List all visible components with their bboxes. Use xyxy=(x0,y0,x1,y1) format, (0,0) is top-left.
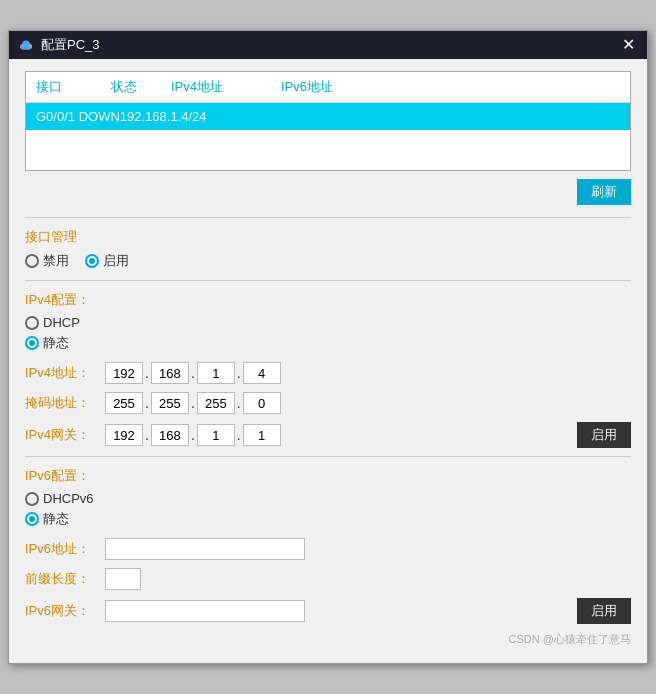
ipv4-gw-input-group: . . . xyxy=(105,424,281,446)
ipv6-enable-button[interactable]: 启用 xyxy=(577,598,631,624)
mask-label: 掩码地址： xyxy=(25,394,97,412)
radio-circle-disable xyxy=(25,254,39,268)
ipv4-gw-row: IPv4网关： . . . 启用 xyxy=(25,422,631,448)
table-header: 接口 状态 IPv4地址 IPv6地址 xyxy=(26,72,630,103)
col-status: 状态 xyxy=(111,78,151,96)
table-row[interactable]: G0/0/1 DOWN192.168.1.4/24 xyxy=(26,103,630,130)
divider-1 xyxy=(25,217,631,218)
close-button[interactable]: ✕ xyxy=(618,37,639,53)
static-label-ipv6: 静态 xyxy=(43,510,69,528)
ipv4-gw-seg3[interactable] xyxy=(197,424,235,446)
refresh-button[interactable]: 刷新 xyxy=(577,179,631,205)
mask-row: 掩码地址： . . . xyxy=(25,392,631,414)
disable-label: 禁用 xyxy=(43,252,69,270)
ipv6-config-title: IPv6配置： xyxy=(25,467,631,485)
interface-mgmt-radio-row: 禁用 启用 xyxy=(25,252,631,270)
col-ipv4: IPv4地址 xyxy=(171,78,261,96)
ipv4-config-title: IPv4配置： xyxy=(25,291,631,309)
refresh-row: 刷新 xyxy=(25,179,631,205)
ipv6-addr-row: IPv6地址： xyxy=(25,538,631,560)
ipv4-seg3[interactable] xyxy=(197,362,235,384)
ipv6-gw-label: IPv6网关： xyxy=(25,602,97,620)
static-label-ipv4: 静态 xyxy=(43,334,69,352)
watermark: CSDN @心猿牵住了意马 xyxy=(25,632,631,647)
prefix-row: 前缀长度： xyxy=(25,568,631,590)
window-title: 配置PC_3 xyxy=(41,36,100,54)
interface-mgmt-section: 接口管理 禁用 启用 xyxy=(25,228,631,270)
title-bar: 配置PC_3 ✕ xyxy=(9,31,647,59)
ipv4-addr-row: IPv4地址： . . . xyxy=(25,362,631,384)
ipv6-addr-input[interactable] xyxy=(105,538,305,560)
radio-disable[interactable]: 禁用 xyxy=(25,252,69,270)
cloud-icon xyxy=(17,36,35,54)
enable-label: 启用 xyxy=(103,252,129,270)
ipv6-config-section: IPv6配置： DHCPv6 静态 IPv6地址： xyxy=(25,467,631,624)
radio-circle-enable xyxy=(85,254,99,268)
ipv6-dhcpv6-radio-row: DHCPv6 xyxy=(25,491,631,506)
col-ipv6: IPv6地址 xyxy=(281,78,361,96)
ipv4-addr-label: IPv4地址： xyxy=(25,364,97,382)
ipv4-config-section: IPv4配置： DHCP 静态 IPv4地址： xyxy=(25,291,631,448)
radio-dot-static-ipv6 xyxy=(29,516,35,522)
radio-circle-static-ipv4 xyxy=(25,336,39,350)
mask-input-group: . . . xyxy=(105,392,281,414)
ipv4-seg2[interactable] xyxy=(151,362,189,384)
dhcp-label: DHCP xyxy=(43,315,80,330)
dhcpv6-label: DHCPv6 xyxy=(43,491,94,506)
prefix-input[interactable] xyxy=(105,568,141,590)
ipv4-gw-seg1[interactable] xyxy=(105,424,143,446)
interface-mgmt-title: 接口管理 xyxy=(25,228,631,246)
radio-dot-enable xyxy=(89,258,95,264)
ipv6-gw-input[interactable] xyxy=(105,600,305,622)
ipv6-addr-label: IPv6地址： xyxy=(25,540,97,558)
radio-enable[interactable]: 启用 xyxy=(85,252,129,270)
table-empty-area xyxy=(26,130,630,170)
divider-3 xyxy=(25,456,631,457)
ipv4-static-radio-row: 静态 xyxy=(25,334,631,352)
radio-dot-static-ipv4 xyxy=(29,340,35,346)
ipv4-gw-label: IPv4网关： xyxy=(25,426,97,444)
mask-seg3[interactable] xyxy=(197,392,235,414)
ipv4-gw-seg4[interactable] xyxy=(243,424,281,446)
ipv4-dhcp-radio-row: DHCP xyxy=(25,315,631,330)
divider-2 xyxy=(25,280,631,281)
ipv4-seg4[interactable] xyxy=(243,362,281,384)
radio-circle-static-ipv6 xyxy=(25,512,39,526)
mask-seg4[interactable] xyxy=(243,392,281,414)
ipv6-static-radio-row: 静态 xyxy=(25,510,631,528)
ipv4-seg1[interactable] xyxy=(105,362,143,384)
ipv4-gw-seg2[interactable] xyxy=(151,424,189,446)
ipv4-enable-button[interactable]: 启用 xyxy=(577,422,631,448)
title-bar-left: 配置PC_3 xyxy=(17,36,100,54)
radio-circle-dhcp xyxy=(25,316,39,330)
mask-seg1[interactable] xyxy=(105,392,143,414)
ipv4-addr-input-group: . . . xyxy=(105,362,281,384)
radio-circle-dhcpv6 xyxy=(25,492,39,506)
radio-dhcpv6[interactable]: DHCPv6 xyxy=(25,491,94,506)
radio-static-ipv4[interactable]: 静态 xyxy=(25,334,69,352)
col-interface: 接口 xyxy=(36,78,91,96)
interface-table: 接口 状态 IPv4地址 IPv6地址 G0/0/1 DOWN192.168.1… xyxy=(25,71,631,171)
prefix-label: 前缀长度： xyxy=(25,570,97,588)
radio-dhcp[interactable]: DHCP xyxy=(25,315,80,330)
mask-seg2[interactable] xyxy=(151,392,189,414)
main-window: 配置PC_3 ✕ 接口 状态 IPv4地址 IPv6地址 G0/0/1 DOWN… xyxy=(8,30,648,664)
content-area: 接口 状态 IPv4地址 IPv6地址 G0/0/1 DOWN192.168.1… xyxy=(9,59,647,663)
radio-static-ipv6[interactable]: 静态 xyxy=(25,510,69,528)
ipv6-gw-row: IPv6网关： 启用 xyxy=(25,598,631,624)
